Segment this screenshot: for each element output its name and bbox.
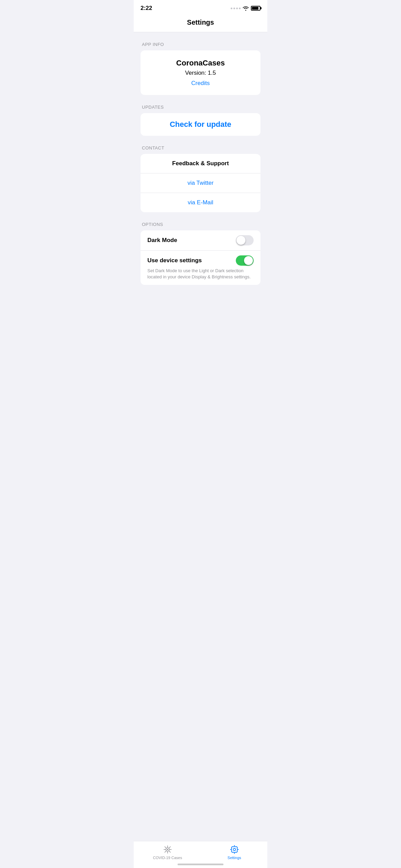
credits-link[interactable]: Credits (147, 80, 254, 87)
twitter-button[interactable]: via Twitter (141, 173, 260, 193)
feedback-support-text: Feedback & Support (147, 160, 254, 167)
dark-mode-toggle[interactable] (236, 235, 254, 245)
page-title: Settings (187, 19, 214, 26)
content: APP INFO CoronaCases Version: 1.5 Credit… (134, 42, 267, 326)
check-update-text: Check for update (170, 120, 231, 129)
status-time: 2:22 (141, 5, 152, 12)
email-text: via E-Mail (147, 199, 254, 206)
contact-label: CONTACT (141, 145, 260, 150)
updates-label: UPDATES (141, 105, 260, 110)
dark-mode-row: Dark Mode (141, 230, 260, 251)
device-settings-label: Use device settings (147, 257, 202, 264)
contact-card: Feedback & Support via Twitter via E-Mai… (141, 154, 260, 212)
options-section: OPTIONS Dark Mode Use device settings Se… (134, 222, 267, 285)
battery-icon (251, 6, 260, 11)
twitter-text: via Twitter (147, 180, 254, 186)
options-card: Dark Mode Use device settings Set Dark M… (141, 230, 260, 285)
nav-bar: Settings (134, 14, 267, 32)
feedback-support-button[interactable]: Feedback & Support (141, 154, 260, 173)
device-settings-description: Set Dark Mode to use the Light or Dark s… (147, 268, 254, 280)
options-label: OPTIONS (141, 222, 260, 227)
email-button[interactable]: via E-Mail (141, 193, 260, 212)
app-name: CoronaCases (147, 59, 254, 68)
signal-dots-icon (231, 8, 241, 9)
device-settings-toggle[interactable] (236, 255, 254, 266)
check-update-button[interactable]: Check for update (141, 113, 260, 136)
wifi-icon (243, 6, 249, 11)
device-settings-row: Use device settings Set Dark Mode to use… (141, 251, 260, 285)
app-version: Version: 1.5 (147, 70, 254, 76)
updates-card: Check for update (141, 113, 260, 136)
dark-mode-label: Dark Mode (147, 237, 177, 244)
updates-section: UPDATES Check for update (134, 105, 267, 136)
app-info-label: APP INFO (141, 42, 260, 47)
app-info-section: APP INFO CoronaCases Version: 1.5 Credit… (134, 42, 267, 95)
app-info-card: CoronaCases Version: 1.5 Credits (141, 50, 260, 95)
status-icons (231, 6, 260, 11)
contact-section: CONTACT Feedback & Support via Twitter v… (134, 145, 267, 212)
status-bar: 2:22 (134, 0, 267, 14)
